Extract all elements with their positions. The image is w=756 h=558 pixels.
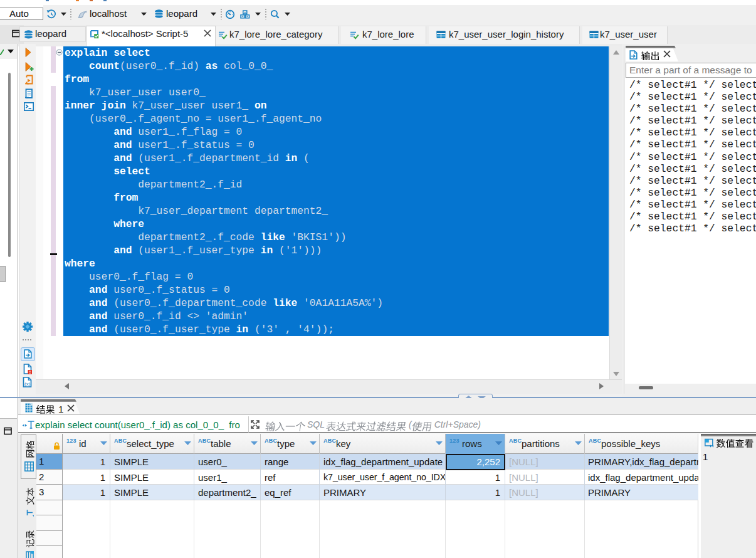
svg-text:(x): (x) <box>24 381 31 387</box>
